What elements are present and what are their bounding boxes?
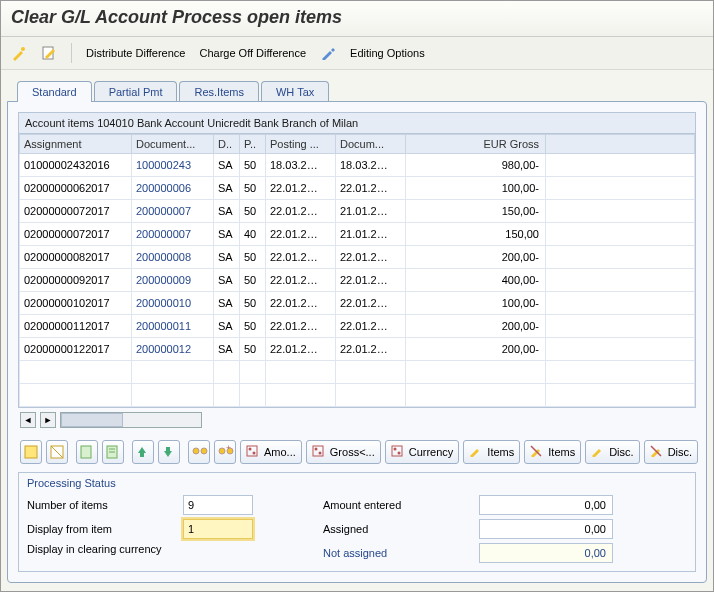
cell-document[interactable]: 200000006 bbox=[132, 177, 214, 200]
cell-docdate[interactable]: 21.01.2… bbox=[336, 200, 406, 223]
cell-assignment[interactable]: 02000000092017 bbox=[20, 269, 132, 292]
col-assignment[interactable]: Assignment bbox=[20, 135, 132, 154]
cell-posting[interactable]: 22.01.2… bbox=[266, 315, 336, 338]
cell-assignment[interactable]: 02000000112017 bbox=[20, 315, 132, 338]
cell-assignment[interactable]: 02000000122017 bbox=[20, 338, 132, 361]
cell-p[interactable]: 40 bbox=[240, 223, 266, 246]
table-row[interactable]: 02000000092017200000009SA5022.01.2…22.01… bbox=[20, 269, 695, 292]
cell-document[interactable]: 200000007 bbox=[132, 200, 214, 223]
tab-partial-pmt[interactable]: Partial Pmt bbox=[94, 81, 178, 102]
charge-off-difference-link[interactable]: Charge Off Difference bbox=[199, 47, 306, 59]
cell-docdate[interactable]: 22.01.2… bbox=[336, 338, 406, 361]
editing-options-link[interactable]: Editing Options bbox=[350, 47, 425, 59]
col-docdate[interactable]: Docum... bbox=[336, 135, 406, 154]
cell-d[interactable]: SA bbox=[214, 177, 240, 200]
cell-d[interactable]: SA bbox=[214, 269, 240, 292]
scroll-left-button[interactable]: ◄ bbox=[20, 412, 36, 428]
cell-assignment[interactable]: 01000002432016 bbox=[20, 154, 132, 177]
cell-document[interactable]: 200000011 bbox=[132, 315, 214, 338]
cell-gross[interactable]: 100,00- bbox=[406, 292, 546, 315]
cell-docdate[interactable]: 22.01.2… bbox=[336, 177, 406, 200]
table-row[interactable]: 02000000102017200000010SA5022.01.2…22.01… bbox=[20, 292, 695, 315]
cell-docdate[interactable]: 21.01.2… bbox=[336, 223, 406, 246]
cell-p[interactable]: 50 bbox=[240, 246, 266, 269]
cell-document[interactable]: 200000012 bbox=[132, 338, 214, 361]
cell-p[interactable]: 50 bbox=[240, 154, 266, 177]
cell-docdate[interactable]: 22.01.2… bbox=[336, 292, 406, 315]
sort-asc-button[interactable] bbox=[132, 440, 154, 464]
cell-document[interactable]: 200000007 bbox=[132, 223, 214, 246]
wand-icon[interactable] bbox=[11, 45, 27, 61]
table-row[interactable]: 02000000072017200000007SA4022.01.2…21.01… bbox=[20, 223, 695, 246]
cell-p[interactable]: 50 bbox=[240, 177, 266, 200]
cell-d[interactable]: SA bbox=[214, 154, 240, 177]
cell-d[interactable]: SA bbox=[214, 200, 240, 223]
deselect-all-button[interactable] bbox=[46, 440, 68, 464]
edit-doc-icon[interactable] bbox=[41, 45, 57, 61]
cell-gross[interactable]: 150,00- bbox=[406, 200, 546, 223]
cell-d[interactable]: SA bbox=[214, 315, 240, 338]
col-document[interactable]: Document... bbox=[132, 135, 214, 154]
currency-button[interactable]: Currency bbox=[385, 440, 460, 464]
cell-assignment[interactable]: 02000000062017 bbox=[20, 177, 132, 200]
cell-posting[interactable]: 22.01.2… bbox=[266, 177, 336, 200]
cell-docdate[interactable]: 18.03.2… bbox=[336, 154, 406, 177]
cell-posting[interactable]: 22.01.2… bbox=[266, 269, 336, 292]
table-row[interactable]: 01000002432016100000243SA5018.03.2…18.03… bbox=[20, 154, 695, 177]
tab-res-items[interactable]: Res.Items bbox=[179, 81, 259, 102]
scroll-thumb[interactable] bbox=[61, 413, 123, 427]
find-button[interactable] bbox=[188, 440, 210, 464]
disc-activate-button[interactable]: Disc. bbox=[585, 440, 639, 464]
tab-wh-tax[interactable]: WH Tax bbox=[261, 81, 329, 102]
cell-p[interactable]: 50 bbox=[240, 200, 266, 223]
cell-posting[interactable]: 22.01.2… bbox=[266, 200, 336, 223]
table-row[interactable]: 02000000122017200000012SA5022.01.2…22.01… bbox=[20, 338, 695, 361]
scroll-right-button[interactable]: ► bbox=[40, 412, 56, 428]
cell-gross[interactable]: 200,00- bbox=[406, 315, 546, 338]
cell-p[interactable]: 50 bbox=[240, 338, 266, 361]
cell-d[interactable]: SA bbox=[214, 338, 240, 361]
distribute-difference-link[interactable]: Distribute Difference bbox=[86, 47, 185, 59]
select-all-button[interactable] bbox=[20, 440, 42, 464]
not-assigned-label[interactable]: Not assigned bbox=[323, 547, 473, 559]
cell-document[interactable]: 200000009 bbox=[132, 269, 214, 292]
scroll-track[interactable] bbox=[60, 412, 202, 428]
cell-docdate[interactable]: 22.01.2… bbox=[336, 315, 406, 338]
cell-posting[interactable]: 22.01.2… bbox=[266, 246, 336, 269]
cell-p[interactable]: 50 bbox=[240, 292, 266, 315]
cell-document[interactable]: 100000243 bbox=[132, 154, 214, 177]
doc-button-1[interactable] bbox=[76, 440, 98, 464]
cell-posting[interactable]: 22.01.2… bbox=[266, 338, 336, 361]
cell-d[interactable]: SA bbox=[214, 292, 240, 315]
col-d[interactable]: D.. bbox=[214, 135, 240, 154]
table-row[interactable]: 02000000062017200000006SA5022.01.2…22.01… bbox=[20, 177, 695, 200]
col-gross[interactable]: EUR Gross bbox=[406, 135, 546, 154]
cell-posting[interactable]: 22.01.2… bbox=[266, 292, 336, 315]
cell-d[interactable]: SA bbox=[214, 246, 240, 269]
sort-desc-button[interactable] bbox=[158, 440, 180, 464]
disc-deactivate-button[interactable]: Disc. bbox=[644, 440, 698, 464]
find-next-button[interactable]: + bbox=[214, 440, 236, 464]
cell-document[interactable]: 200000010 bbox=[132, 292, 214, 315]
col-posting[interactable]: Posting ... bbox=[266, 135, 336, 154]
cell-document[interactable]: 200000008 bbox=[132, 246, 214, 269]
items-activate-button[interactable]: Items bbox=[463, 440, 520, 464]
cell-gross[interactable]: 150,00 bbox=[406, 223, 546, 246]
cell-gross[interactable]: 980,00- bbox=[406, 154, 546, 177]
col-p[interactable]: P.. bbox=[240, 135, 266, 154]
cell-posting[interactable]: 18.03.2… bbox=[266, 154, 336, 177]
table-row[interactable]: 02000000072017200000007SA5022.01.2…21.01… bbox=[20, 200, 695, 223]
cell-gross[interactable]: 400,00- bbox=[406, 269, 546, 292]
cell-docdate[interactable]: 22.01.2… bbox=[336, 246, 406, 269]
cell-gross[interactable]: 200,00- bbox=[406, 338, 546, 361]
cell-gross[interactable]: 200,00- bbox=[406, 246, 546, 269]
cell-assignment[interactable]: 02000000082017 bbox=[20, 246, 132, 269]
cell-posting[interactable]: 22.01.2… bbox=[266, 223, 336, 246]
cell-p[interactable]: 50 bbox=[240, 315, 266, 338]
tab-standard[interactable]: Standard bbox=[17, 81, 92, 102]
items-deactivate-button[interactable]: Items bbox=[524, 440, 581, 464]
table-row[interactable]: 02000000112017200000011SA5022.01.2…22.01… bbox=[20, 315, 695, 338]
doc-button-2[interactable] bbox=[102, 440, 124, 464]
table-row[interactable]: 02000000082017200000008SA5022.01.2…22.01… bbox=[20, 246, 695, 269]
cell-p[interactable]: 50 bbox=[240, 269, 266, 292]
